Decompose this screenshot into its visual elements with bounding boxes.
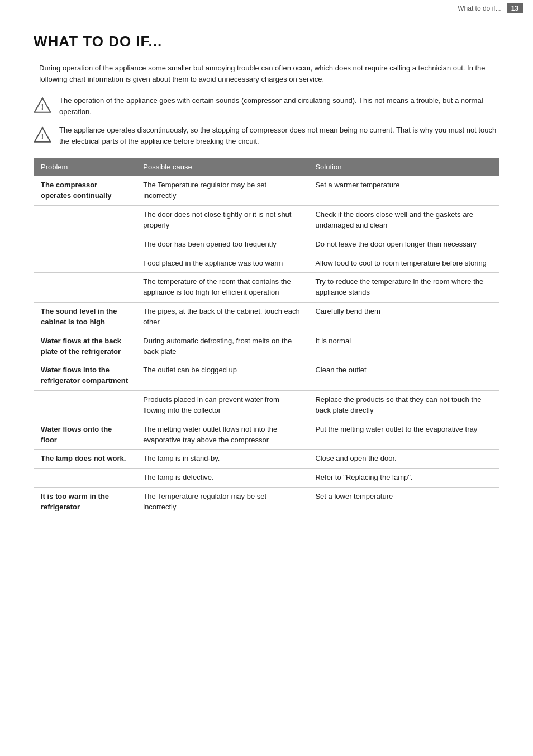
warning-1-text: The operation of the appliance goes with… xyxy=(59,95,499,117)
table-row: Water flows into the refrigerator compar… xyxy=(34,361,499,391)
table-header-row: Problem Possible cause Solution xyxy=(34,158,499,176)
problem-cell-11 xyxy=(34,469,136,488)
table-row: Products placed in can prevent water fro… xyxy=(34,391,499,420)
problem-cell-7: Water flows into the refrigerator compar… xyxy=(34,361,136,391)
solution-cell-9: Put the melting water outlet to the evap… xyxy=(308,420,499,450)
table-row: Water flows at the back plate of the ref… xyxy=(34,332,499,361)
cause-cell-4: The temperature of the room that contain… xyxy=(136,273,308,303)
table-row: The door has been opened too frequentlyD… xyxy=(34,235,499,254)
solution-cell-0: Set a warmer temperature xyxy=(308,176,499,206)
problem-cell-10: The lamp does not work. xyxy=(34,450,136,469)
section-label: What to do if... xyxy=(458,4,501,12)
warning-1: ! The operation of the appliance goes wi… xyxy=(34,95,499,117)
svg-text:!: ! xyxy=(41,102,44,111)
table-row: Food placed in the appliance was too war… xyxy=(34,254,499,273)
warning-icon-2: ! xyxy=(34,126,51,144)
cause-cell-0: The Temperature regulator may be set inc… xyxy=(136,176,308,206)
main-content: WHAT TO DO IF... During operation of the… xyxy=(0,17,533,533)
problem-cell-9: Water flows onto the floor xyxy=(34,420,136,450)
cause-cell-8: Products placed in can prevent water fro… xyxy=(136,391,308,420)
problem-cell-1 xyxy=(34,205,136,235)
cause-cell-11: The lamp is defective. xyxy=(136,469,308,488)
col-header-problem: Problem xyxy=(34,158,136,176)
solution-cell-6: It is normal xyxy=(308,332,499,361)
problem-cell-6: Water flows at the back plate of the ref… xyxy=(34,332,136,361)
table-row: The sound level in the cabinet is too hi… xyxy=(34,303,499,332)
warning-icon-1: ! xyxy=(34,96,51,114)
cause-cell-5: The pipes, at the back of the cabinet, t… xyxy=(136,303,308,332)
table-row: The lamp does not work.The lamp is in st… xyxy=(34,450,499,469)
table-row: Water flows onto the floorThe melting wa… xyxy=(34,420,499,450)
cause-cell-6: During automatic defrosting, frost melts… xyxy=(136,332,308,361)
cause-cell-9: The melting water outlet flows not into … xyxy=(136,420,308,450)
problem-cell-4 xyxy=(34,273,136,303)
cause-cell-10: The lamp is in stand-by. xyxy=(136,450,308,469)
solution-cell-4: Try to reduce the temperature in the roo… xyxy=(308,273,499,303)
solution-cell-11: Refer to "Replacing the lamp". xyxy=(308,469,499,488)
troubleshooting-table: Problem Possible cause Solution The comp… xyxy=(34,158,499,517)
warning-2: ! The appliance operates discontinuously… xyxy=(34,125,499,147)
solution-cell-2: Do not leave the door open longer than n… xyxy=(308,235,499,254)
page-number: 13 xyxy=(507,3,523,13)
solution-cell-7: Clean the outlet xyxy=(308,361,499,391)
cause-cell-7: The outlet can be clogged up xyxy=(136,361,308,391)
problem-cell-3 xyxy=(34,254,136,273)
solution-cell-12: Set a lower temperature xyxy=(308,488,499,517)
warning-2-text: The appliance operates discontinuously, … xyxy=(59,125,499,147)
solution-cell-3: Allow food to cool to room temperature b… xyxy=(308,254,499,273)
page-title: WHAT TO DO IF... xyxy=(34,33,499,50)
svg-text:!: ! xyxy=(41,132,44,141)
page-header: What to do if... 13 xyxy=(0,0,533,17)
intro-paragraph: During operation of the appliance some s… xyxy=(39,63,499,85)
problem-cell-12: It is too warm in the refrigerator xyxy=(34,488,136,517)
table-row: The lamp is defective.Refer to "Replacin… xyxy=(34,469,499,488)
cause-cell-2: The door has been opened too frequently xyxy=(136,235,308,254)
cause-cell-1: The door does not close tightly or it is… xyxy=(136,205,308,235)
col-header-cause: Possible cause xyxy=(136,158,308,176)
table-row: The compressor operates continuallyThe T… xyxy=(34,176,499,206)
problem-cell-2 xyxy=(34,235,136,254)
solution-cell-1: Check if the doors close well and the ga… xyxy=(308,205,499,235)
cause-cell-12: The Temperature regulator may be set inc… xyxy=(136,488,308,517)
col-header-solution: Solution xyxy=(308,158,499,176)
solution-cell-8: Replace the products so that they can no… xyxy=(308,391,499,420)
solution-cell-10: Close and open the door. xyxy=(308,450,499,469)
problem-cell-0: The compressor operates continually xyxy=(34,176,136,206)
table-row: It is too warm in the refrigeratorThe Te… xyxy=(34,488,499,517)
table-row: The temperature of the room that contain… xyxy=(34,273,499,303)
problem-cell-5: The sound level in the cabinet is too hi… xyxy=(34,303,136,332)
solution-cell-5: Carefully bend them xyxy=(308,303,499,332)
problem-cell-8 xyxy=(34,391,136,420)
cause-cell-3: Food placed in the appliance was too war… xyxy=(136,254,308,273)
table-row: The door does not close tightly or it is… xyxy=(34,205,499,235)
